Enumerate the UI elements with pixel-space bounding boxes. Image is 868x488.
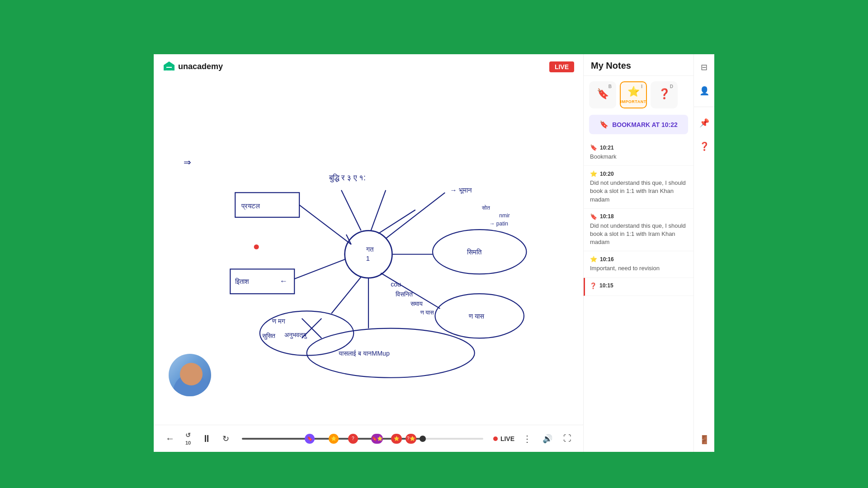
note-icon-bookmark: 🔖 xyxy=(590,144,597,151)
tab-bookmark[interactable]: B 🔖 xyxy=(589,81,616,108)
svg-text:→ patin: → patin xyxy=(490,221,508,227)
refresh-icon: ↻ xyxy=(222,434,229,444)
back-icon: ← xyxy=(165,433,175,444)
note-icon-question: ❓ xyxy=(590,282,597,289)
svg-text:इिताश: इिताश xyxy=(235,277,249,285)
svg-text:गत: गत xyxy=(366,245,374,253)
notes-list: 🔖 10:21 Bookmark ⭐ 10:20 Did not underst… xyxy=(584,138,693,452)
svg-line-8 xyxy=(386,192,445,239)
pin-icon: 📌 xyxy=(699,118,709,127)
pin-button[interactable]: 📌 xyxy=(697,115,712,131)
logo-area: unacademy xyxy=(163,61,223,71)
note-item-question[interactable]: ❓ 10:15 xyxy=(584,278,693,296)
sidebar-right-icons: ⊟ 👤 📌 ❓ 🚪 xyxy=(693,54,714,452)
svg-line-36 xyxy=(331,277,361,314)
note-text-2: Did not understand this que, I should bo… xyxy=(590,179,687,204)
bookmark-at-button[interactable]: 🔖 BOOKMARK AT 10:22 xyxy=(589,115,688,134)
doubt-tab-icon: ❓ xyxy=(658,88,670,100)
fullscreen-button[interactable]: ⛶ xyxy=(561,431,574,446)
contacts-icon: 👤 xyxy=(699,86,709,95)
live-label: LIVE xyxy=(500,435,514,442)
svg-line-37 xyxy=(299,205,351,244)
app-container: unacademy LIVE गत 1 ⇒ प्रयटल बुद्धि र ३ … xyxy=(154,54,714,452)
svg-line-41 xyxy=(371,190,386,231)
svg-text:cou: cou xyxy=(391,281,401,288)
fullscreen-icon: ⛶ xyxy=(563,434,571,443)
sidebar-header: My Notes xyxy=(584,54,693,76)
note-item[interactable]: 🔖 10:18 Did not understand this que, I s… xyxy=(584,209,693,252)
timeline-marker-mixed-3: ?⭐ xyxy=(406,434,416,444)
important-tab-icon: ⭐ xyxy=(627,86,640,98)
note-text-4: Important, need to revision xyxy=(590,264,687,272)
sidebar-divider xyxy=(694,107,714,107)
progress-bar-container[interactable]: 🔖 ⭐ ? 🔖⭐ ⭐ ?⭐ xyxy=(242,437,483,441)
note-item[interactable]: 🔖 10:21 Bookmark xyxy=(584,140,693,166)
svg-text:सोत: सोत xyxy=(481,205,490,211)
replay-10-button[interactable]: ↺10 xyxy=(183,429,193,449)
volume-button[interactable]: 🔊 xyxy=(540,431,555,446)
bookmark-tab-icon: 🔖 xyxy=(597,88,609,100)
more-options-button[interactable]: ⋮ xyxy=(520,431,534,447)
svg-text:प्रयटल: प्रयटल xyxy=(241,202,260,210)
pause-button[interactable]: ⏸ xyxy=(199,430,214,447)
unacademy-logo-icon xyxy=(163,61,175,71)
video-area: unacademy LIVE गत 1 ⇒ प्रयटल बुद्धि र ३ … xyxy=(154,54,583,452)
svg-text:←: ← xyxy=(279,277,287,286)
note-item[interactable]: ⭐ 10:20 Did not understand this que, I s… xyxy=(584,166,693,209)
svg-line-25 xyxy=(294,259,345,279)
tab-bookmark-letter: B xyxy=(609,84,612,89)
live-indicator: LIVE xyxy=(493,435,514,442)
note-time-2: 10:20 xyxy=(600,171,614,177)
refresh-button[interactable]: ↻ xyxy=(220,431,232,446)
sidebar: My Notes B 🔖 I ⭐ IMPORTANT xyxy=(583,54,714,452)
logout-button[interactable]: 🚪 xyxy=(697,432,712,447)
back-button[interactable]: ← xyxy=(163,431,177,446)
important-tab-label: IMPORTANT xyxy=(620,99,646,104)
help-button[interactable]: ❓ xyxy=(697,139,712,154)
svg-text:nmir: nmir xyxy=(499,212,509,219)
avatar-face xyxy=(180,363,203,385)
svg-text:⇒: ⇒ xyxy=(184,157,191,167)
contacts-button[interactable]: 👤 xyxy=(697,83,712,99)
replay-icon: ↺10 xyxy=(185,432,191,446)
bookmark-at-label: BOOKMARK AT 10:22 xyxy=(612,121,678,128)
whiteboard-svg: गत 1 ⇒ प्रयटल बुद्धि र ३ ए १: → भूमान सो… xyxy=(154,54,583,425)
note-icon-bookmark-2: 🔖 xyxy=(590,213,597,220)
note-text-1: Bookmark xyxy=(590,153,687,161)
main-layout: unacademy LIVE गत 1 ⇒ प्रयटल बुद्धि र ३ … xyxy=(154,54,714,452)
live-badge: LIVE xyxy=(549,61,574,72)
note-time-5: 10:15 xyxy=(599,282,613,289)
collapse-sidebar-button[interactable]: ⊟ xyxy=(698,60,710,75)
timeline-marker-bookmark-1: 🔖 xyxy=(305,434,315,444)
volume-icon: 🔊 xyxy=(542,434,552,444)
svg-text:1: 1 xyxy=(366,254,370,262)
svg-point-31 xyxy=(307,328,475,378)
note-text-3: Did not understand this que, I should bo… xyxy=(590,222,687,247)
note-item[interactable]: ⭐ 10:16 Important, need to revision xyxy=(584,251,693,277)
tab-important[interactable]: I ⭐ IMPORTANT xyxy=(620,81,647,108)
svg-text:सुसित: सुसित xyxy=(262,332,276,340)
note-time-3: 10:18 xyxy=(600,213,614,220)
video-canvas: unacademy LIVE गत 1 ⇒ प्रयटल बुद्धि र ३ … xyxy=(154,54,583,425)
timeline-marker-mixed-1: 🔖⭐ xyxy=(371,434,383,444)
progress-thumb xyxy=(420,436,426,442)
sidebar-main: My Notes B 🔖 I ⭐ IMPORTANT xyxy=(584,54,693,452)
help-icon: ❓ xyxy=(699,142,709,151)
note-icon-star: ⭐ xyxy=(590,170,597,177)
timeline-marker-mixed-2: ⭐ xyxy=(391,434,402,444)
note-item-header: ❓ 10:15 xyxy=(590,282,687,289)
svg-text:विसनित: विसनित xyxy=(395,291,413,298)
svg-text:बुद्धि र ३ ए १:: बुद्धि र ३ ए १: xyxy=(329,173,366,183)
logo-text: unacademy xyxy=(178,62,223,71)
note-icon-star-2: ⭐ xyxy=(590,256,597,263)
speaker-avatar xyxy=(167,352,212,398)
tab-doubt[interactable]: D ❓ xyxy=(651,81,678,108)
logout-icon: 🚪 xyxy=(699,435,709,444)
more-icon: ⋮ xyxy=(523,433,532,444)
svg-text:अनुभवतयु: अनुभवतयु xyxy=(284,331,307,339)
minus-square-icon: ⊟ xyxy=(701,63,708,72)
note-item-header: 🔖 10:18 xyxy=(590,213,687,220)
pause-icon: ⏸ xyxy=(202,433,212,445)
svg-line-40 xyxy=(341,190,361,231)
svg-text:→ भूमान: → भूमान xyxy=(450,186,472,194)
